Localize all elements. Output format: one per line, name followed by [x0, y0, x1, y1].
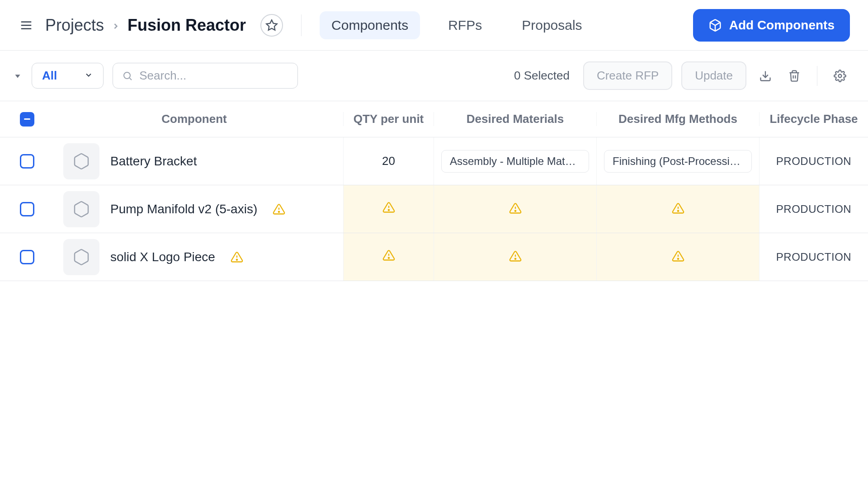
- svg-point-25: [677, 258, 678, 259]
- methods-cell[interactable]: [597, 185, 760, 233]
- methods-cell[interactable]: Finishing (Post-Processing): [597, 137, 760, 185]
- column-header-qty[interactable]: QTY per unit: [344, 112, 434, 126]
- lifecycle-cell[interactable]: PRODUCTION: [760, 185, 868, 233]
- svg-point-21: [388, 258, 389, 258]
- materials-cell[interactable]: Assembly - Multiple Materials: [434, 137, 597, 185]
- svg-point-23: [514, 258, 515, 259]
- svg-point-19: [236, 259, 237, 260]
- tab-components[interactable]: Components: [320, 11, 420, 39]
- column-header-materials[interactable]: Desired Materials: [434, 112, 597, 126]
- hamburger-menu-button[interactable]: [18, 17, 34, 33]
- row-checkbox[interactable]: [20, 154, 34, 169]
- column-header-methods[interactable]: Desired Mfg Methods: [597, 112, 760, 126]
- add-components-button[interactable]: Add Components: [693, 9, 850, 42]
- row-checkbox[interactable]: [20, 250, 34, 264]
- chevron-right-icon: [111, 16, 120, 35]
- page-title: Fusion Reactor: [127, 16, 246, 35]
- qty-cell[interactable]: [344, 185, 434, 233]
- qty-cell[interactable]: 20: [344, 137, 434, 185]
- component-name-cell[interactable]: Pump Manifold v2 (5-axis): [45, 185, 344, 233]
- materials-cell[interactable]: [434, 233, 597, 281]
- breadcrumb-root[interactable]: Projects: [45, 16, 104, 35]
- svg-point-15: [514, 210, 515, 211]
- svg-point-11: [278, 211, 279, 212]
- table-row[interactable]: Battery Bracket20Assembly - Multiple Mat…: [0, 137, 868, 185]
- filter-dropdown[interactable]: All: [32, 63, 104, 89]
- svg-point-13: [388, 210, 389, 211]
- topbar: Projects Fusion Reactor Components RFPs …: [0, 0, 868, 51]
- delete-button[interactable]: [784, 66, 804, 86]
- svg-marker-3: [266, 20, 277, 30]
- warning-icon: [273, 203, 285, 216]
- svg-line-7: [130, 78, 132, 80]
- components-table: Component QTY per unit Desired Materials…: [0, 101, 868, 281]
- component-thumbnail: [63, 143, 99, 179]
- svg-point-17: [677, 210, 678, 211]
- warning-icon: [382, 249, 395, 265]
- filter-dropdown-label: All: [42, 69, 57, 83]
- search-box[interactable]: [113, 63, 298, 89]
- create-rfp-button[interactable]: Create RFP: [583, 61, 672, 90]
- column-header-component[interactable]: Component: [45, 112, 344, 126]
- component-name: Battery Bracket: [110, 154, 197, 169]
- update-button[interactable]: Update: [681, 61, 746, 90]
- divider: [301, 14, 302, 36]
- tab-proposals[interactable]: Proposals: [510, 11, 594, 39]
- gear-icon: [834, 70, 846, 82]
- component-thumbnail: [63, 191, 99, 227]
- trash-icon: [788, 70, 801, 82]
- row-checkbox[interactable]: [20, 202, 34, 216]
- warning-icon: [231, 251, 243, 263]
- box-icon: [708, 19, 722, 32]
- add-components-label: Add Components: [729, 18, 835, 33]
- component-name: Pump Manifold v2 (5-axis): [110, 202, 257, 216]
- table-row[interactable]: solid X Logo Piece PRODUCTION: [0, 233, 868, 281]
- table-header-row: Component QTY per unit Desired Materials…: [0, 101, 868, 137]
- component-name-cell[interactable]: Battery Bracket: [45, 137, 344, 185]
- divider: [817, 66, 817, 86]
- component-name: solid X Logo Piece: [110, 250, 215, 264]
- breadcrumb: Projects Fusion Reactor: [45, 16, 246, 35]
- tabs: Components RFPs Proposals: [320, 11, 594, 39]
- svg-point-9: [839, 74, 842, 77]
- warning-icon: [672, 250, 684, 264]
- materials-cell[interactable]: [434, 185, 597, 233]
- warning-icon: [509, 202, 522, 216]
- search-input[interactable]: [139, 69, 288, 83]
- collapse-toggle[interactable]: [13, 71, 23, 81]
- svg-marker-5: [15, 75, 20, 78]
- material-chip[interactable]: Assembly - Multiple Materials: [441, 150, 589, 173]
- qty-value: 20: [382, 154, 395, 168]
- download-icon: [759, 70, 772, 82]
- lifecycle-cell[interactable]: PRODUCTION: [760, 233, 868, 281]
- favorite-button[interactable]: [260, 14, 283, 37]
- lifecycle-cell[interactable]: PRODUCTION: [760, 137, 868, 185]
- warning-icon: [509, 250, 522, 264]
- warning-icon: [672, 202, 684, 216]
- settings-button[interactable]: [830, 66, 850, 86]
- download-button[interactable]: [755, 66, 775, 86]
- select-all-checkbox[interactable]: [20, 112, 34, 127]
- svg-point-6: [124, 72, 130, 79]
- methods-cell[interactable]: [597, 233, 760, 281]
- tab-rfps[interactable]: RFPs: [436, 11, 494, 39]
- selected-count: 0 Selected: [514, 69, 570, 83]
- qty-cell[interactable]: [344, 233, 434, 281]
- toolbar: All 0 Selected Create RFP Update: [0, 51, 868, 101]
- search-icon: [122, 70, 133, 81]
- warning-icon: [382, 201, 395, 217]
- method-chip[interactable]: Finishing (Post-Processing): [604, 150, 752, 173]
- column-header-lifecycle[interactable]: Lifecycle Phase: [760, 112, 868, 126]
- table-row[interactable]: Pump Manifold v2 (5-axis) PRODUCTION: [0, 185, 868, 233]
- component-thumbnail: [63, 239, 99, 275]
- hamburger-icon: [19, 19, 33, 32]
- chevron-down-icon: [84, 69, 93, 83]
- star-icon: [265, 19, 278, 32]
- component-name-cell[interactable]: solid X Logo Piece: [45, 233, 344, 281]
